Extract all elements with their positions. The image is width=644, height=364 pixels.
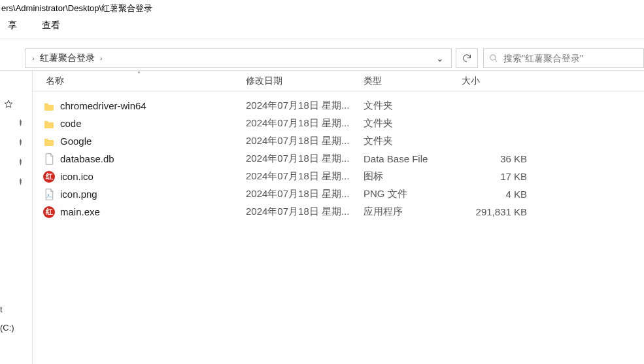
search-box[interactable] (483, 48, 644, 68)
chevron-right-icon[interactable]: › (29, 54, 37, 62)
file-row[interactable]: Google2024年07月18日 星期...文件夹 (33, 132, 644, 150)
refresh-button[interactable] (456, 48, 478, 68)
ribbon-tabs: 享 查看 (0, 17, 644, 39)
file-size: 291,831 KB (462, 206, 540, 217)
pin-icon[interactable] (13, 115, 27, 130)
file-type: PNG 文件 (364, 188, 462, 200)
title-path: ers\Administrator\Desktop\红薯聚合登录 (1, 3, 152, 14)
image-file-icon (43, 189, 55, 200)
file-row[interactable]: 红main.exe2024年07月18日 星期...应用程序291,831 KB (33, 203, 644, 221)
folder-icon (43, 136, 55, 147)
file-name: icon.ico (60, 171, 93, 182)
file-name: code (60, 118, 82, 129)
svg-point-3 (47, 194, 48, 195)
file-date: 2024年07月18日 星期... (246, 206, 364, 218)
address-bar[interactable]: › 红薯聚合登录 › ⌄ (25, 48, 452, 68)
refresh-icon (462, 53, 472, 64)
file-size: 36 KB (462, 153, 540, 164)
pin-icon[interactable] (13, 155, 27, 169)
file-name: Google (60, 136, 92, 147)
file-row[interactable]: database.db2024年07月18日 星期...Data Base Fi… (33, 150, 644, 168)
file-date: 2024年07月18日 星期... (246, 117, 364, 130)
file-date: 2024年07月18日 星期... (246, 100, 364, 112)
file-name: main.exe (60, 206, 100, 217)
folder-icon (43, 100, 55, 112)
file-date: 2024年07月18日 星期... (246, 188, 364, 200)
file-row[interactable]: code2024年07月18日 星期...文件夹 (33, 115, 644, 132)
file-type: 文件夹 (364, 100, 462, 112)
column-header-size[interactable]: 大小 (462, 75, 540, 87)
file-row[interactable]: 红icon.ico2024年07月18日 星期...图标17 KB (33, 168, 644, 185)
file-type: 应用程序 (364, 206, 462, 218)
column-headers: 名称 ˄ 修改日期 类型 大小 (33, 71, 644, 92)
sidebar: t (C:) (0, 71, 33, 364)
tab-view[interactable]: 查看 (38, 17, 64, 34)
file-row[interactable]: chromedriver-win642024年07月18日 星期...文件夹 (33, 97, 644, 115)
pin-icon[interactable] (13, 135, 27, 149)
pin-icon[interactable] (13, 174, 27, 189)
file-type: Data Base File (364, 153, 462, 164)
svg-marker-2 (5, 100, 12, 107)
file-type: 图标 (364, 170, 462, 183)
file-size: 4 KB (462, 189, 540, 200)
file-date: 2024年07月18日 星期... (246, 170, 364, 183)
svg-point-0 (490, 54, 496, 60)
file-size: 17 KB (462, 171, 540, 182)
file-date: 2024年07月18日 星期... (246, 153, 364, 165)
search-input[interactable] (503, 53, 638, 64)
folder-icon (43, 118, 55, 130)
breadcrumb-current[interactable]: 红薯聚合登录 (37, 52, 97, 64)
file-name: database.db (60, 153, 114, 164)
file-icon (43, 153, 55, 165)
quick-access-star[interactable] (1, 97, 16, 111)
chevron-right-icon[interactable]: › (97, 54, 105, 62)
svg-line-1 (495, 59, 498, 62)
file-type: 文件夹 (364, 117, 462, 130)
file-name: chromedriver-win64 (60, 100, 146, 111)
file-date: 2024年07月18日 星期... (246, 135, 364, 147)
file-name: icon.png (60, 189, 97, 200)
app-icon: 红 (43, 206, 55, 218)
sidebar-item-drive[interactable]: (C:) (0, 323, 14, 333)
file-row[interactable]: icon.png2024年07月18日 星期...PNG 文件4 KB (33, 185, 644, 203)
file-type: 文件夹 (364, 135, 462, 147)
address-history-dropdown[interactable]: ⌄ (433, 53, 447, 64)
column-header-date[interactable]: 修改日期 (246, 75, 364, 87)
file-list: 名称 ˄ 修改日期 类型 大小 chromedriver-win642024年0… (33, 71, 644, 364)
app-icon: 红 (43, 171, 55, 183)
column-header-type[interactable]: 类型 (364, 75, 462, 87)
sort-indicator-icon: ˄ (137, 71, 141, 78)
title-bar: ers\Administrator\Desktop\红薯聚合登录 (0, 0, 644, 17)
tab-share[interactable]: 享 (4, 17, 21, 34)
search-icon (489, 54, 498, 63)
navigation-bar: › 红薯聚合登录 › ⌄ (0, 46, 644, 71)
sidebar-item[interactable]: t (0, 304, 3, 314)
